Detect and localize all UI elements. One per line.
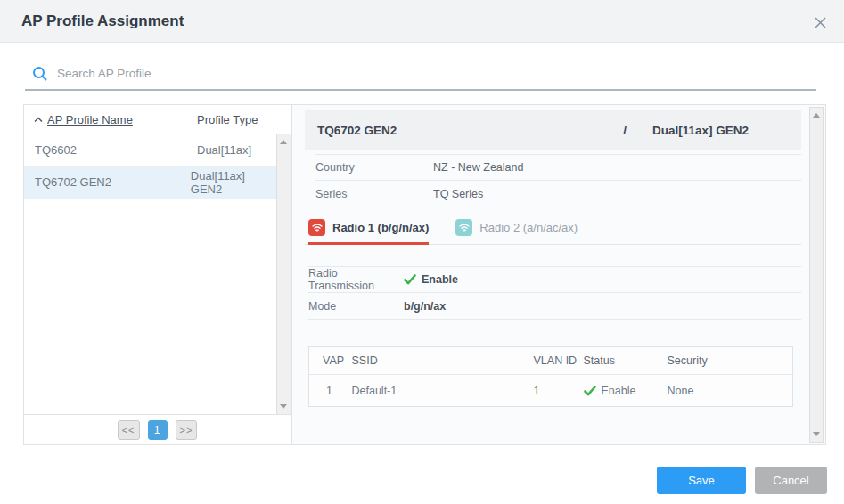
profile-list-panel: AP Profile Name Profile Type TQ6602 Dual…: [23, 104, 291, 445]
country-label: Country: [315, 161, 433, 174]
profile-row-tq6702-gen2[interactable]: TQ6702 GEN2 Dual[11ax] GEN2: [24, 167, 276, 199]
profile-row-tq6602[interactable]: TQ6602 Dual[11ax]: [24, 134, 276, 167]
profile-detail-panel: TQ6702 GEN2 / Dual[11ax] GEN2 Country NZ…: [291, 104, 826, 445]
pagination-next-button[interactable]: >>: [176, 420, 198, 440]
radio-settings: Radio Transmission Enable Mode b/g/n/ax: [308, 266, 801, 320]
check-icon: [404, 274, 416, 285]
tab-radio-1-label: Radio 1 (b/g/n/ax): [332, 221, 429, 234]
status-cell: Enable: [584, 375, 668, 407]
check-icon: [584, 386, 596, 396]
search-icon: [32, 66, 48, 82]
radio-tabs: Radio 1 (b/g/n/ax) Radio 2 (a/n/ac/ax): [305, 219, 801, 245]
security-cell: None: [668, 375, 793, 407]
radio-transmission-value: Enable: [422, 273, 458, 286]
profile-list-scrollbar[interactable]: [276, 134, 291, 414]
security-column-header: Security: [668, 347, 793, 375]
tab-radio-2-label: Radio 2 (a/n/ac/ax): [479, 221, 578, 234]
tab-radio-1[interactable]: Radio 1 (b/g/n/ax): [308, 219, 429, 245]
status-column-header: Status: [584, 347, 668, 375]
profile-type-cell: Dual[11ax]: [197, 143, 251, 157]
search-input[interactable]: [57, 67, 816, 85]
ssid-column-header: SSID: [352, 347, 534, 375]
mode-value: b/g/n/ax: [404, 300, 446, 313]
close-icon[interactable]: [808, 11, 832, 34]
vap-column-header: VAP: [309, 347, 352, 375]
profile-name-cell: TQ6602: [24, 143, 197, 157]
search-bar: [25, 62, 816, 91]
device-header-separator: /: [623, 124, 627, 137]
tab-radio-2[interactable]: Radio 2 (a/n/ac/ax): [455, 219, 578, 245]
pagination-page-1-button[interactable]: 1: [148, 420, 168, 440]
wifi-icon-red: [308, 219, 325, 236]
dialog-header: AP Profile Assignment: [0, 0, 844, 43]
vap-cell: 1: [309, 375, 352, 407]
profile-list-header: AP Profile Name Profile Type: [24, 105, 291, 134]
series-label: Series: [315, 188, 433, 200]
column-header-profile-type: Profile Type: [197, 113, 258, 126]
vap-table-row[interactable]: 1 Default-1 1 Enable None: [309, 375, 793, 407]
cancel-button[interactable]: Cancel: [755, 467, 827, 494]
pagination-prev-button[interactable]: <<: [118, 420, 140, 440]
series-value: TQ Series: [433, 188, 483, 200]
status-value: Enable: [602, 385, 636, 397]
country-row: Country NZ - New Zealand: [315, 154, 801, 181]
profile-list-body: TQ6602 Dual[11ax] TQ6702 GEN2 Dual[11ax]…: [24, 134, 291, 414]
scroll-up-icon[interactable]: [280, 140, 287, 144]
scroll-down-icon[interactable]: [813, 432, 820, 436]
wifi-icon-teal: [455, 219, 472, 236]
vap-table-header-row: VAP SSID VLAN ID Status Security: [309, 347, 793, 375]
series-row: Series TQ Series: [315, 181, 801, 207]
profile-type-cell: Dual[11ax] GEN2: [191, 169, 276, 196]
column-label-profile-name[interactable]: AP Profile Name: [47, 113, 133, 126]
pagination: << 1 >>: [24, 414, 291, 444]
profile-name-cell: TQ6702 GEN2: [24, 175, 191, 189]
device-type: Dual[11ax] GEN2: [652, 124, 749, 137]
save-button[interactable]: Save: [657, 467, 746, 494]
device-header: TQ6702 GEN2 / Dual[11ax] GEN2: [305, 110, 801, 150]
vlan-column-header: VLAN ID: [534, 347, 584, 375]
radio-transmission-label: Radio Transmission: [308, 267, 404, 292]
column-header-profile-name[interactable]: AP Profile Name: [24, 113, 197, 126]
scroll-down-icon[interactable]: [280, 404, 287, 409]
sort-ascending-icon[interactable]: [34, 117, 43, 123]
country-value: NZ - New Zealand: [433, 161, 523, 174]
device-info: Country NZ - New Zealand Series TQ Serie…: [315, 154, 801, 207]
device-name: TQ6702 GEN2: [317, 124, 397, 137]
dialog-title: AP Profile Assignment: [0, 12, 184, 30]
ssid-cell: Default-1: [352, 375, 534, 407]
radio-transmission-row: Radio Transmission Enable: [308, 266, 801, 293]
vap-table: VAP SSID VLAN ID Status Security 1 Defau…: [308, 346, 793, 407]
mode-label: Mode: [308, 300, 404, 313]
scroll-up-icon[interactable]: [813, 113, 820, 118]
vlan-cell: 1: [534, 375, 584, 407]
mode-row: Mode b/g/n/ax: [308, 293, 801, 320]
detail-panel-scrollbar[interactable]: [809, 107, 824, 443]
